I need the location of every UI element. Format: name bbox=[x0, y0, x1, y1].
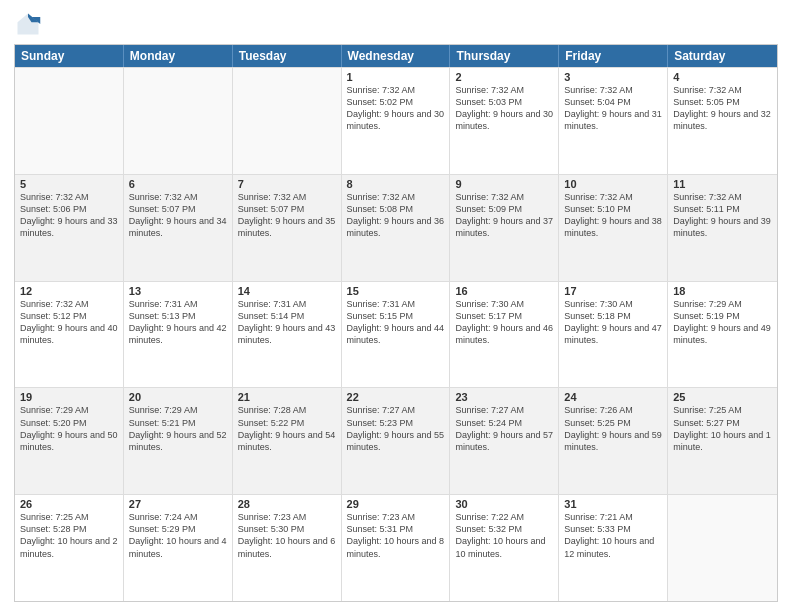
day-number: 6 bbox=[129, 178, 227, 190]
day-cell-7: 7Sunrise: 7:32 AMSunset: 5:07 PMDaylight… bbox=[233, 175, 342, 281]
day-info: Sunrise: 7:29 AMSunset: 5:21 PMDaylight:… bbox=[129, 404, 227, 453]
day-number: 10 bbox=[564, 178, 662, 190]
day-cell-17: 17Sunrise: 7:30 AMSunset: 5:18 PMDayligh… bbox=[559, 282, 668, 388]
header-day-friday: Friday bbox=[559, 45, 668, 67]
day-info: Sunrise: 7:31 AMSunset: 5:15 PMDaylight:… bbox=[347, 298, 445, 347]
day-cell-18: 18Sunrise: 7:29 AMSunset: 5:19 PMDayligh… bbox=[668, 282, 777, 388]
header-day-thursday: Thursday bbox=[450, 45, 559, 67]
day-number: 8 bbox=[347, 178, 445, 190]
day-number: 19 bbox=[20, 391, 118, 403]
day-cell-29: 29Sunrise: 7:23 AMSunset: 5:31 PMDayligh… bbox=[342, 495, 451, 601]
day-cell-4: 4Sunrise: 7:32 AMSunset: 5:05 PMDaylight… bbox=[668, 68, 777, 174]
day-cell-21: 21Sunrise: 7:28 AMSunset: 5:22 PMDayligh… bbox=[233, 388, 342, 494]
day-info: Sunrise: 7:30 AMSunset: 5:17 PMDaylight:… bbox=[455, 298, 553, 347]
day-cell-28: 28Sunrise: 7:23 AMSunset: 5:30 PMDayligh… bbox=[233, 495, 342, 601]
day-cell-30: 30Sunrise: 7:22 AMSunset: 5:32 PMDayligh… bbox=[450, 495, 559, 601]
day-cell-31: 31Sunrise: 7:21 AMSunset: 5:33 PMDayligh… bbox=[559, 495, 668, 601]
day-info: Sunrise: 7:32 AMSunset: 5:10 PMDaylight:… bbox=[564, 191, 662, 240]
day-cell-27: 27Sunrise: 7:24 AMSunset: 5:29 PMDayligh… bbox=[124, 495, 233, 601]
day-cell-13: 13Sunrise: 7:31 AMSunset: 5:13 PMDayligh… bbox=[124, 282, 233, 388]
day-info: Sunrise: 7:25 AMSunset: 5:28 PMDaylight:… bbox=[20, 511, 118, 560]
day-number: 28 bbox=[238, 498, 336, 510]
day-info: Sunrise: 7:32 AMSunset: 5:09 PMDaylight:… bbox=[455, 191, 553, 240]
day-number: 24 bbox=[564, 391, 662, 403]
day-cell-6: 6Sunrise: 7:32 AMSunset: 5:07 PMDaylight… bbox=[124, 175, 233, 281]
header-day-tuesday: Tuesday bbox=[233, 45, 342, 67]
day-number: 2 bbox=[455, 71, 553, 83]
day-cell-12: 12Sunrise: 7:32 AMSunset: 5:12 PMDayligh… bbox=[15, 282, 124, 388]
day-info: Sunrise: 7:29 AMSunset: 5:19 PMDaylight:… bbox=[673, 298, 772, 347]
day-info: Sunrise: 7:23 AMSunset: 5:31 PMDaylight:… bbox=[347, 511, 445, 560]
day-cell-23: 23Sunrise: 7:27 AMSunset: 5:24 PMDayligh… bbox=[450, 388, 559, 494]
day-info: Sunrise: 7:32 AMSunset: 5:12 PMDaylight:… bbox=[20, 298, 118, 347]
day-info: Sunrise: 7:27 AMSunset: 5:23 PMDaylight:… bbox=[347, 404, 445, 453]
day-info: Sunrise: 7:32 AMSunset: 5:08 PMDaylight:… bbox=[347, 191, 445, 240]
page: SundayMondayTuesdayWednesdayThursdayFrid… bbox=[0, 0, 792, 612]
day-cell-5: 5Sunrise: 7:32 AMSunset: 5:06 PMDaylight… bbox=[15, 175, 124, 281]
day-number: 15 bbox=[347, 285, 445, 297]
day-info: Sunrise: 7:21 AMSunset: 5:33 PMDaylight:… bbox=[564, 511, 662, 560]
day-cell-15: 15Sunrise: 7:31 AMSunset: 5:15 PMDayligh… bbox=[342, 282, 451, 388]
day-info: Sunrise: 7:31 AMSunset: 5:13 PMDaylight:… bbox=[129, 298, 227, 347]
day-info: Sunrise: 7:32 AMSunset: 5:06 PMDaylight:… bbox=[20, 191, 118, 240]
day-info: Sunrise: 7:32 AMSunset: 5:03 PMDaylight:… bbox=[455, 84, 553, 133]
day-info: Sunrise: 7:27 AMSunset: 5:24 PMDaylight:… bbox=[455, 404, 553, 453]
header-day-monday: Monday bbox=[124, 45, 233, 67]
empty-cell bbox=[124, 68, 233, 174]
empty-cell bbox=[15, 68, 124, 174]
day-number: 5 bbox=[20, 178, 118, 190]
day-number: 17 bbox=[564, 285, 662, 297]
calendar-header: SundayMondayTuesdayWednesdayThursdayFrid… bbox=[15, 45, 777, 67]
day-number: 3 bbox=[564, 71, 662, 83]
day-cell-25: 25Sunrise: 7:25 AMSunset: 5:27 PMDayligh… bbox=[668, 388, 777, 494]
day-info: Sunrise: 7:24 AMSunset: 5:29 PMDaylight:… bbox=[129, 511, 227, 560]
day-cell-9: 9Sunrise: 7:32 AMSunset: 5:09 PMDaylight… bbox=[450, 175, 559, 281]
day-number: 1 bbox=[347, 71, 445, 83]
calendar-week-2: 5Sunrise: 7:32 AMSunset: 5:06 PMDaylight… bbox=[15, 174, 777, 281]
day-info: Sunrise: 7:32 AMSunset: 5:05 PMDaylight:… bbox=[673, 84, 772, 133]
day-info: Sunrise: 7:26 AMSunset: 5:25 PMDaylight:… bbox=[564, 404, 662, 453]
day-number: 14 bbox=[238, 285, 336, 297]
header-day-wednesday: Wednesday bbox=[342, 45, 451, 67]
day-number: 13 bbox=[129, 285, 227, 297]
day-info: Sunrise: 7:30 AMSunset: 5:18 PMDaylight:… bbox=[564, 298, 662, 347]
day-info: Sunrise: 7:25 AMSunset: 5:27 PMDaylight:… bbox=[673, 404, 772, 453]
day-number: 12 bbox=[20, 285, 118, 297]
day-number: 4 bbox=[673, 71, 772, 83]
calendar-week-4: 19Sunrise: 7:29 AMSunset: 5:20 PMDayligh… bbox=[15, 387, 777, 494]
day-info: Sunrise: 7:28 AMSunset: 5:22 PMDaylight:… bbox=[238, 404, 336, 453]
day-cell-14: 14Sunrise: 7:31 AMSunset: 5:14 PMDayligh… bbox=[233, 282, 342, 388]
header-day-saturday: Saturday bbox=[668, 45, 777, 67]
day-cell-11: 11Sunrise: 7:32 AMSunset: 5:11 PMDayligh… bbox=[668, 175, 777, 281]
day-number: 31 bbox=[564, 498, 662, 510]
day-number: 9 bbox=[455, 178, 553, 190]
day-info: Sunrise: 7:31 AMSunset: 5:14 PMDaylight:… bbox=[238, 298, 336, 347]
day-number: 30 bbox=[455, 498, 553, 510]
day-cell-1: 1Sunrise: 7:32 AMSunset: 5:02 PMDaylight… bbox=[342, 68, 451, 174]
day-info: Sunrise: 7:32 AMSunset: 5:07 PMDaylight:… bbox=[129, 191, 227, 240]
day-info: Sunrise: 7:29 AMSunset: 5:20 PMDaylight:… bbox=[20, 404, 118, 453]
day-number: 16 bbox=[455, 285, 553, 297]
day-cell-26: 26Sunrise: 7:25 AMSunset: 5:28 PMDayligh… bbox=[15, 495, 124, 601]
day-number: 25 bbox=[673, 391, 772, 403]
day-number: 21 bbox=[238, 391, 336, 403]
day-cell-10: 10Sunrise: 7:32 AMSunset: 5:10 PMDayligh… bbox=[559, 175, 668, 281]
day-number: 29 bbox=[347, 498, 445, 510]
day-cell-24: 24Sunrise: 7:26 AMSunset: 5:25 PMDayligh… bbox=[559, 388, 668, 494]
day-number: 22 bbox=[347, 391, 445, 403]
day-number: 7 bbox=[238, 178, 336, 190]
logo-icon bbox=[14, 10, 42, 38]
day-number: 11 bbox=[673, 178, 772, 190]
day-info: Sunrise: 7:32 AMSunset: 5:11 PMDaylight:… bbox=[673, 191, 772, 240]
header bbox=[14, 10, 778, 38]
day-number: 20 bbox=[129, 391, 227, 403]
day-cell-20: 20Sunrise: 7:29 AMSunset: 5:21 PMDayligh… bbox=[124, 388, 233, 494]
day-cell-3: 3Sunrise: 7:32 AMSunset: 5:04 PMDaylight… bbox=[559, 68, 668, 174]
day-number: 27 bbox=[129, 498, 227, 510]
calendar-week-3: 12Sunrise: 7:32 AMSunset: 5:12 PMDayligh… bbox=[15, 281, 777, 388]
header-day-sunday: Sunday bbox=[15, 45, 124, 67]
day-number: 26 bbox=[20, 498, 118, 510]
day-number: 18 bbox=[673, 285, 772, 297]
day-cell-16: 16Sunrise: 7:30 AMSunset: 5:17 PMDayligh… bbox=[450, 282, 559, 388]
day-info: Sunrise: 7:22 AMSunset: 5:32 PMDaylight:… bbox=[455, 511, 553, 560]
